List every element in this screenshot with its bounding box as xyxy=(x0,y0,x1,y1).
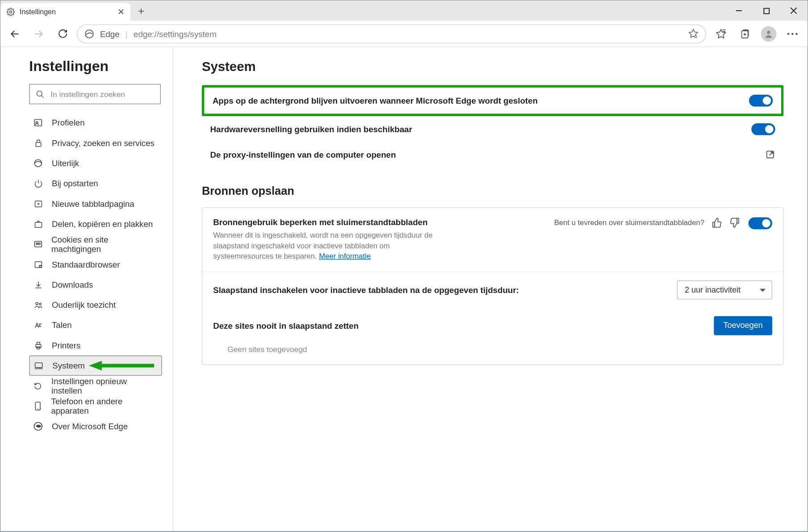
sidebar-item-label: Delen, kopiëren en plakken xyxy=(52,219,153,229)
sidebar-item-phone[interactable]: Telefoon en andere apparaten xyxy=(29,396,162,416)
edge-icon xyxy=(33,422,43,431)
minimize-button[interactable] xyxy=(725,0,753,21)
thumbs-down-button[interactable] xyxy=(729,218,740,228)
titlebar: Instellingen ✕ ＋ xyxy=(0,0,807,21)
setting-label: Hardwareversnelling gebruiken indien bes… xyxy=(210,125,752,134)
sidebar-item-label: Profielen xyxy=(52,118,85,127)
browser-tab[interactable]: Instellingen ✕ xyxy=(0,3,130,21)
power-icon xyxy=(33,179,43,188)
window-controls xyxy=(725,0,808,21)
feedback-text: Bent u tevreden over sluimerstandtabblad… xyxy=(554,218,704,227)
sidebar-item-privacy[interactable]: Privacy, zoeken en services xyxy=(29,133,162,153)
new-tab-button[interactable]: ＋ xyxy=(130,0,152,21)
forward-button[interactable] xyxy=(29,24,48,43)
sidebar-item-label: Nieuwe tabbladpagina xyxy=(52,199,134,208)
family-icon xyxy=(33,300,43,309)
avatar-icon xyxy=(761,26,777,42)
sidebar-item-cookies[interactable]: Cookies en site machtigingen xyxy=(29,234,162,254)
appearance-icon xyxy=(33,159,43,168)
sidebar-item-appearance[interactable]: Uiterlijk xyxy=(29,153,162,173)
toggle-sleeping-tabs[interactable] xyxy=(749,218,772,230)
share-icon xyxy=(33,219,43,228)
maximize-button[interactable] xyxy=(753,0,780,21)
tab-title: Instellingen xyxy=(20,8,56,16)
svg-point-18 xyxy=(767,30,770,34)
add-site-button[interactable]: Toevoegen xyxy=(714,316,772,335)
back-button[interactable] xyxy=(5,24,25,43)
address-bar[interactable]: Edge | edge://settings/system xyxy=(77,24,706,43)
feedback-prompt: Bent u tevreden over sluimerstandtabblad… xyxy=(554,218,740,228)
never-sleep-row: Deze sites nooit in slaapstand zetten To… xyxy=(202,307,783,364)
browser-window: Instellingen ✕ ＋ Edge | edge://settings/… xyxy=(0,0,808,532)
sidebar-item-reset[interactable]: Instellingen opnieuw instellen xyxy=(29,376,162,396)
printer-icon xyxy=(33,341,43,350)
annotation-arrow-icon xyxy=(89,360,155,372)
newtab-icon xyxy=(33,199,43,208)
sidebar-item-label: Over Microsoft Edge xyxy=(52,422,128,431)
sidebar-item-label: Privacy, zoeken en services xyxy=(52,138,155,147)
system-icon xyxy=(33,361,44,370)
card-description: Wanneer dit is ingeschakeld, wordt na ee… xyxy=(213,230,451,262)
setting-row-proxy[interactable]: De proxy-instellingen van de computer op… xyxy=(202,142,783,167)
favorites-button[interactable] xyxy=(711,24,731,44)
sidebar-item-about[interactable]: Over Microsoft Edge xyxy=(29,416,162,436)
lock-icon xyxy=(33,138,43,147)
svg-point-20 xyxy=(791,33,793,34)
svg-rect-46 xyxy=(35,363,42,368)
sidebar-item-share[interactable]: Delen, kopiëren en plakken xyxy=(29,214,162,234)
language-icon xyxy=(33,321,43,330)
sleep-timeout-select[interactable]: 2 uur inactiviteit xyxy=(677,280,772,299)
learn-more-link[interactable]: Meer informatie xyxy=(319,252,371,260)
search-icon xyxy=(36,90,45,99)
more-button[interactable] xyxy=(783,24,803,44)
setting-row-hardware-accel: Hardwareversnelling gebruiken indien bes… xyxy=(202,116,783,142)
external-link-icon xyxy=(765,150,775,160)
svg-rect-54 xyxy=(713,222,715,227)
sidebar-item-family[interactable]: Ouderlijk toezicht xyxy=(29,295,162,315)
svg-rect-45 xyxy=(37,347,40,349)
collections-button[interactable] xyxy=(735,24,755,44)
svg-point-19 xyxy=(787,33,789,34)
sleeping-tabs-card: Bronnengebruik beperken met sluimerstand… xyxy=(202,207,783,365)
settings-search-input[interactable]: In instellingen zoeken xyxy=(29,84,161,104)
sidebar-item-languages[interactable]: Talen xyxy=(29,315,162,335)
sleep-timeout-row: Slaapstand inschakelen voor inactieve ta… xyxy=(202,272,783,308)
svg-rect-34 xyxy=(36,243,38,245)
sidebar-item-default[interactable]: Standaardbrowser xyxy=(29,254,162,274)
close-window-button[interactable] xyxy=(780,0,807,21)
sidebar-item-newtab[interactable]: Nieuwe tabbladpagina xyxy=(29,193,162,214)
settings-main: Systeem Apps op de achtergrond blijven u… xyxy=(173,47,808,531)
sidebar-item-system[interactable]: Systeem xyxy=(29,356,162,376)
svg-rect-35 xyxy=(38,243,40,245)
svg-point-22 xyxy=(37,91,42,96)
thumbs-up-button[interactable] xyxy=(712,218,722,228)
svg-rect-55 xyxy=(737,218,739,223)
sidebar-item-label: Standaardbrowser xyxy=(52,260,120,269)
gear-icon xyxy=(7,8,15,16)
svg-line-23 xyxy=(41,95,43,97)
sidebar-item-profiles[interactable]: Profielen xyxy=(29,113,162,133)
sidebar-item-printers[interactable]: Printers xyxy=(29,335,162,355)
url-divider: | xyxy=(126,29,128,38)
setting-row-background-apps: Apps op de achtergrond blijven uitvoeren… xyxy=(202,85,783,116)
setting-label: Apps op de achtergrond blijven uitvoeren… xyxy=(213,96,749,105)
sidebar-item-startup[interactable]: Bij opstarten xyxy=(29,173,162,193)
toggle-hardware-accel[interactable] xyxy=(751,123,775,135)
profile-button[interactable] xyxy=(758,24,779,44)
svg-rect-2 xyxy=(764,8,769,13)
never-sleep-label: Deze sites nooit in slaapstand zetten xyxy=(213,321,714,330)
sidebar-item-downloads[interactable]: Downloads xyxy=(29,275,162,295)
content-area: Instellingen In instellingen zoeken Prof… xyxy=(0,47,807,531)
toggle-background-apps[interactable] xyxy=(749,95,773,107)
cookies-icon xyxy=(33,239,43,249)
section-heading: Bronnen opslaan xyxy=(202,184,783,197)
close-tab-icon[interactable]: ✕ xyxy=(117,7,125,17)
svg-point-0 xyxy=(10,11,12,13)
sidebar-item-label: Instellingen opnieuw instellen xyxy=(51,376,156,395)
never-sleep-empty: Geen sites toegevoegd xyxy=(213,341,772,356)
sidebar-item-label: Systeem xyxy=(52,361,85,370)
refresh-button[interactable] xyxy=(53,24,72,43)
sidebar-item-label: Telefoon en andere apparaten xyxy=(51,397,156,416)
read-aloud-icon[interactable] xyxy=(688,29,699,39)
setting-label: De proxy-instellingen van de computer op… xyxy=(210,150,765,159)
